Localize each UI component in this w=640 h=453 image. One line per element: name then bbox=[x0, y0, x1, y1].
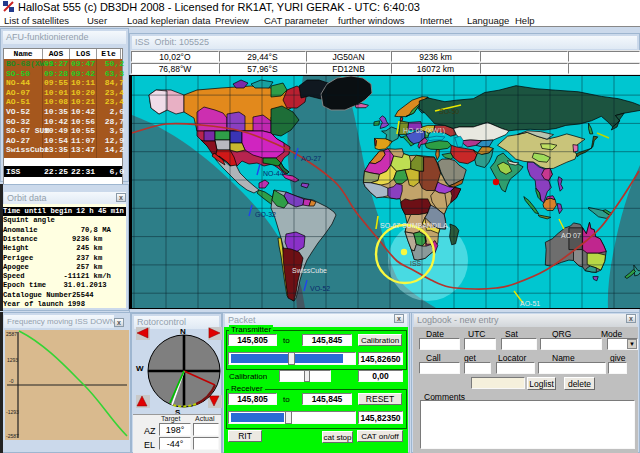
svg-text:ISS: ISS bbox=[410, 260, 422, 267]
svg-text:N: N bbox=[180, 329, 186, 336]
svg-text:SO-67 SUMBANDILA: SO-67 SUMBANDILA bbox=[380, 222, 448, 229]
svg-text:SO-50: SO-50 bbox=[439, 108, 459, 115]
svg-text:2587: 2587 bbox=[6, 331, 17, 337]
svg-text:GO-32: GO-32 bbox=[255, 211, 276, 218]
svg-text:SwissCube: SwissCube bbox=[292, 267, 327, 274]
svg-text:-2587: -2587 bbox=[6, 433, 19, 439]
svg-text:AO-27: AO-27 bbox=[301, 155, 321, 162]
svg-text:HO 68 (XW1): HO 68 (XW1) bbox=[403, 127, 445, 135]
svg-text:-1293: -1293 bbox=[6, 409, 19, 415]
svg-text:-0: -0 bbox=[9, 378, 14, 384]
svg-text:1293: 1293 bbox=[7, 357, 18, 363]
svg-text:NO-44: NO-44 bbox=[263, 170, 284, 177]
svg-text:VO-52: VO-52 bbox=[310, 285, 330, 292]
svg-text:AO-51: AO-51 bbox=[520, 300, 540, 307]
svg-text:AO 07: AO 07 bbox=[561, 232, 581, 239]
